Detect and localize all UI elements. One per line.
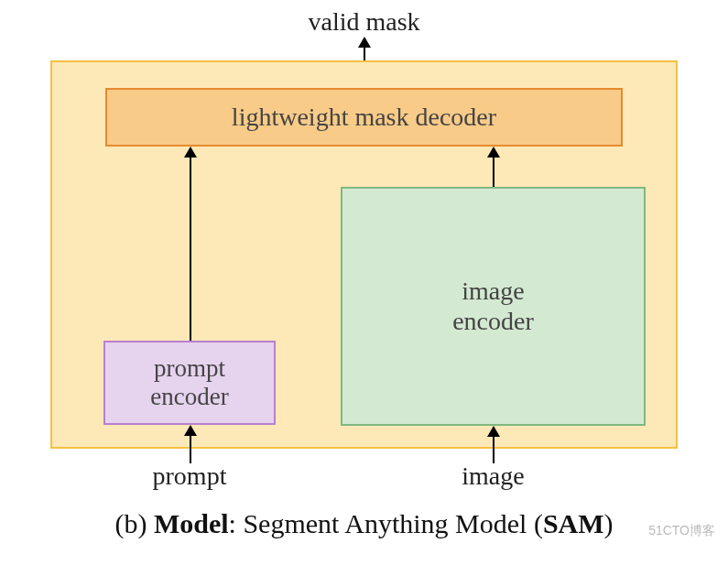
figure-caption: (b) Model: Segment Anything Model (SAM) — [0, 508, 728, 539]
caption-mid: : Segment Anything Model ( — [229, 508, 543, 538]
prompt-encoder-label-line2: encoder — [150, 383, 228, 410]
diagram-canvas: valid mask lightweight mask decoder prom… — [0, 0, 728, 565]
image-input-label: image — [341, 462, 646, 491]
image-encoder-label-line2: encoder — [452, 307, 534, 335]
arrow-image-encoder-to-decoder — [493, 147, 494, 187]
watermark-text: 51CTO博客 — [648, 523, 715, 539]
arrow-decoder-to-output — [364, 37, 365, 60]
image-encoder-label-line1: image — [462, 277, 524, 305]
prompt-encoder-label-line1: prompt — [154, 354, 225, 382]
mask-decoder-label: lightweight mask decoder — [232, 103, 496, 132]
image-encoder-label: image encoder — [452, 277, 534, 335]
prompt-encoder-label: prompt encoder — [150, 354, 228, 411]
caption-prefix: (b) — [114, 508, 153, 538]
image-encoder-box: image encoder — [341, 187, 646, 426]
prompt-encoder-box: prompt encoder — [103, 341, 276, 425]
arrow-prompt-to-encoder — [190, 425, 191, 463]
arrow-prompt-encoder-to-decoder — [190, 147, 191, 341]
caption-suffix: ) — [604, 508, 614, 538]
mask-decoder-box: lightweight mask decoder — [105, 88, 623, 147]
arrow-image-to-encoder — [493, 426, 494, 463]
prompt-input-label: prompt — [103, 462, 276, 491]
output-label: valid mask — [0, 7, 728, 37]
caption-bold-sam: SAM — [543, 508, 604, 538]
caption-bold-model: Model — [154, 508, 229, 538]
